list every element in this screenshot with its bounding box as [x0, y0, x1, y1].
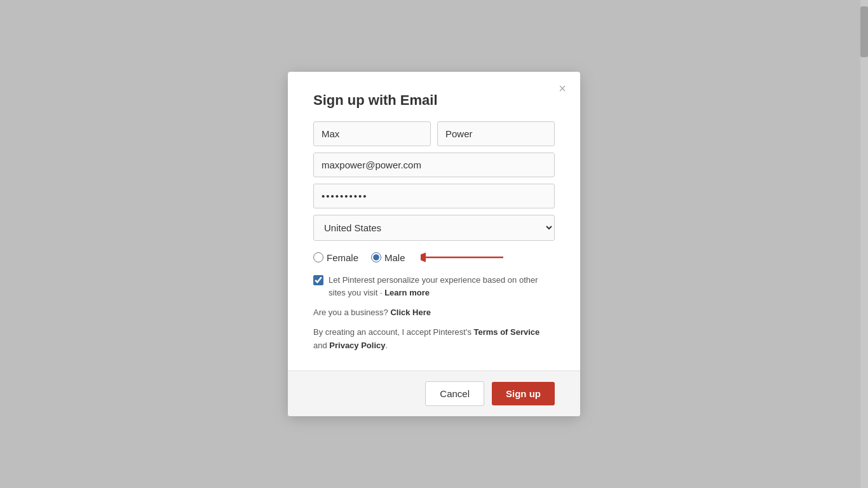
- female-label: Female: [327, 252, 358, 263]
- learn-more-link[interactable]: Learn more: [384, 288, 430, 297]
- modal-title: Sign up with Email: [313, 92, 555, 109]
- business-row: Are you a business? Click Here: [313, 308, 555, 317]
- privacy-link[interactable]: Privacy Policy: [329, 341, 385, 350]
- name-row: [313, 121, 555, 146]
- modal-overlay: × Sign up with Email United States Canad…: [0, 0, 868, 488]
- password-input[interactable]: [313, 184, 555, 208]
- email-row: [313, 152, 555, 177]
- modal-footer: Cancel Sign up: [288, 370, 580, 416]
- business-link[interactable]: Click Here: [390, 308, 431, 317]
- scrollbar-thumb[interactable]: [860, 6, 868, 57]
- country-select[interactable]: United States Canada United Kingdom Aust…: [313, 215, 555, 241]
- signup-button[interactable]: Sign up: [492, 382, 555, 405]
- male-arrow-indicator: [421, 250, 510, 265]
- scrollbar[interactable]: [860, 0, 868, 488]
- female-radio[interactable]: [313, 252, 323, 262]
- male-label: Male: [384, 252, 405, 263]
- arrow-icon: [421, 250, 510, 265]
- cancel-button[interactable]: Cancel: [425, 381, 484, 406]
- email-input[interactable]: [313, 152, 555, 177]
- modal-body: × Sign up with Email United States Canad…: [288, 72, 580, 370]
- close-button[interactable]: ×: [555, 81, 570, 96]
- password-row: [313, 184, 555, 208]
- personalize-row: Let Pinterest personalize your experienc…: [313, 274, 555, 299]
- male-radio[interactable]: [371, 252, 381, 262]
- male-option[interactable]: Male: [371, 252, 405, 263]
- terms-row: By creating an account, I accept Pintere…: [313, 326, 555, 353]
- first-name-input[interactable]: [313, 121, 431, 146]
- female-option[interactable]: Female: [313, 252, 358, 263]
- last-name-input[interactable]: [437, 121, 555, 146]
- personalize-checkbox[interactable]: [313, 275, 323, 285]
- tos-link[interactable]: Terms of Service: [474, 327, 540, 337]
- signup-modal: × Sign up with Email United States Canad…: [288, 72, 580, 416]
- gender-row: Female Male: [313, 250, 555, 265]
- personalize-text: Let Pinterest personalize your experienc…: [329, 274, 555, 299]
